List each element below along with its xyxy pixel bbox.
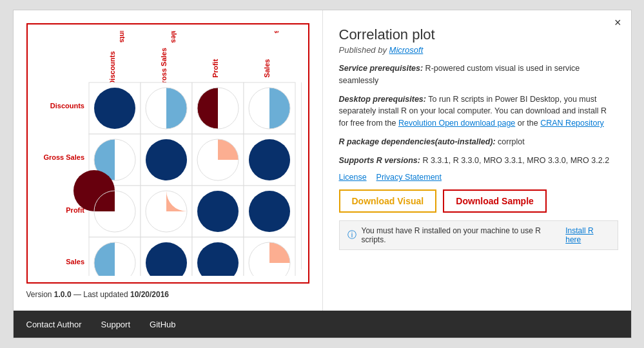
svg-point-33 bbox=[197, 191, 239, 232]
page-title: Correlation plot bbox=[339, 26, 618, 43]
svg-point-23 bbox=[146, 139, 187, 180]
chart-container: Discounts Gross Sales Profit Sales Disco… bbox=[26, 23, 309, 284]
right-panel: × Correlation plot Published by Microsof… bbox=[323, 10, 631, 311]
svg-text:Discounts: Discounts bbox=[50, 102, 84, 110]
svg-text:Sales: Sales bbox=[66, 258, 84, 266]
r-versions-label: Supports R versions: bbox=[339, 156, 420, 165]
r-versions-text: R 3.3.1, R 3.3.0, MRO 3.3.1, MRO 3.3.0, … bbox=[420, 156, 609, 165]
publisher-link[interactable]: Microsoft bbox=[389, 45, 424, 55]
left-panel: Discounts Gross Sales Profit Sales Disco… bbox=[14, 10, 323, 311]
svg-text:Sales: Sales bbox=[273, 31, 281, 34]
r-install-info: ⓘ You must have R installed on your mach… bbox=[339, 220, 618, 250]
or-text: or the bbox=[515, 119, 540, 128]
svg-text:Gross Sales: Gross Sales bbox=[170, 31, 178, 43]
svg-point-27 bbox=[249, 139, 290, 180]
r-package-text: corrplot bbox=[496, 137, 525, 146]
github-link[interactable]: GitHub bbox=[150, 320, 175, 329]
r-package-info: R package dependencies(auto-installed): … bbox=[339, 136, 618, 148]
download-visual-button[interactable]: Download Visual bbox=[339, 189, 437, 213]
version-number: 1.0.0 bbox=[54, 290, 72, 299]
action-buttons: Download Visual Download Sample bbox=[339, 189, 618, 213]
service-prereq-label: Service prerequisites: bbox=[339, 64, 424, 73]
desktop-prereq: Desktop prerequisites: To run R scripts … bbox=[339, 93, 618, 130]
license-link[interactable]: License bbox=[339, 173, 367, 182]
version-info: Version 1.0.0 — Last updated 10/20/2016 bbox=[26, 290, 309, 299]
svg-point-13 bbox=[94, 88, 135, 129]
version-label: Version bbox=[26, 290, 54, 299]
install-r-link[interactable]: Install R here bbox=[565, 226, 609, 244]
publisher-label: Published by bbox=[339, 45, 387, 55]
svg-text:Discounts: Discounts bbox=[108, 51, 116, 85]
cran-link[interactable]: CRAN Repository bbox=[540, 119, 604, 128]
svg-text:Profit: Profit bbox=[66, 206, 84, 214]
publisher-info: Published by Microsoft bbox=[339, 45, 618, 55]
close-button[interactable]: × bbox=[614, 17, 621, 28]
download-sample-button[interactable]: Download Sample bbox=[443, 189, 547, 213]
correlation-matrix-chart: Discounts Gross Sales Profit Sales Disco… bbox=[34, 31, 302, 276]
info-text: You must have R installed on your machin… bbox=[362, 226, 561, 244]
footer: Contact Author Support GitHub bbox=[14, 311, 631, 338]
info-icon: ⓘ bbox=[347, 229, 356, 241]
svg-text:Sales: Sales bbox=[263, 59, 271, 78]
service-prereq: Service prerequisites: R-powered custom … bbox=[339, 63, 618, 87]
revolution-link[interactable]: Revolution Open download page bbox=[398, 119, 515, 128]
contact-author-link[interactable]: Contact Author bbox=[26, 320, 82, 329]
svg-text:Profit: Profit bbox=[211, 59, 219, 77]
svg-text:Discounts: Discounts bbox=[119, 31, 126, 43]
version-date: 10/20/2016 bbox=[130, 290, 169, 299]
svg-point-35 bbox=[249, 191, 290, 232]
r-versions-info: Supports R versions: R 3.3.1, R 3.3.0, M… bbox=[339, 155, 618, 167]
version-separator: — Last updated bbox=[72, 290, 130, 299]
support-link[interactable]: Support bbox=[101, 320, 131, 329]
svg-text:Gross Sales: Gross Sales bbox=[43, 153, 84, 161]
r-package-label: R package dependencies(auto-installed): bbox=[339, 137, 496, 146]
desktop-prereq-label: Desktop prerequisites: bbox=[339, 95, 426, 104]
legal-links: License Privacy Statement bbox=[339, 173, 618, 182]
privacy-link[interactable]: Privacy Statement bbox=[376, 173, 442, 182]
